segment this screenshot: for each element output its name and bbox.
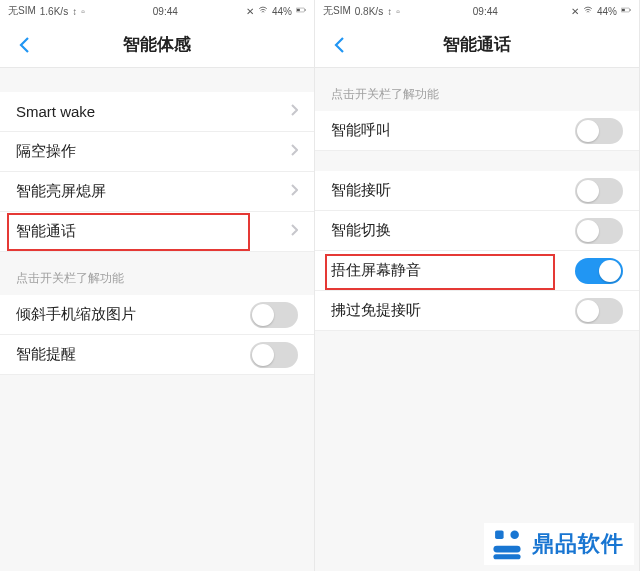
status-bar: 无SIM 1.6K/s ↕ ▫ 09:44 ✕ 44%	[0, 0, 314, 22]
sim-status: 无SIM	[323, 4, 351, 18]
battery-text: 44%	[597, 6, 617, 17]
usb-icon: ↕	[72, 6, 77, 17]
clock: 09:44	[153, 6, 178, 17]
row-smart-switch[interactable]: 智能切换	[315, 211, 639, 251]
wifi-icon	[583, 5, 593, 17]
row-cover-mute[interactable]: 捂住屏幕静音	[315, 251, 639, 291]
status-bar: 无SIM 0.8K/s ↕ ▫ 09:44 ✕ 44%	[315, 0, 639, 22]
toggle-wave-speaker[interactable]	[575, 298, 623, 324]
row-label: 拂过免提接听	[331, 301, 575, 320]
chevron-right-icon	[290, 223, 298, 240]
mute-icon: ✕	[571, 6, 579, 17]
spacer	[315, 151, 639, 171]
section-hint: 点击开关栏了解功能	[315, 68, 639, 111]
spacer	[0, 68, 314, 92]
watermark: 鼎品软件	[484, 523, 634, 565]
toggle-smart-remind[interactable]	[250, 342, 298, 368]
back-button[interactable]	[325, 31, 353, 59]
row-label: 智能切换	[331, 221, 575, 240]
net-speed: 1.6K/s	[40, 6, 68, 17]
row-smart-screen[interactable]: 智能亮屏熄屏	[0, 172, 314, 212]
row-smart-dial[interactable]: 智能呼叫	[315, 111, 639, 151]
toggle-smart-switch[interactable]	[575, 218, 623, 244]
section-hint: 点击开关栏了解功能	[0, 252, 314, 295]
svg-rect-6	[495, 530, 504, 539]
watermark-logo-icon	[490, 527, 524, 561]
row-air-gesture[interactable]: 隔空操作	[0, 132, 314, 172]
row-smart-answer[interactable]: 智能接听	[315, 171, 639, 211]
row-wave-speaker[interactable]: 拂过免提接听	[315, 291, 639, 331]
row-label: Smart wake	[16, 103, 290, 120]
clock: 09:44	[473, 6, 498, 17]
card-icon: ▫	[81, 6, 85, 17]
battery-icon	[296, 5, 306, 17]
row-label: 智能通话	[16, 222, 290, 241]
watermark-text: 鼎品软件	[532, 529, 624, 559]
row-label: 智能提醒	[16, 345, 250, 364]
card-icon: ▫	[396, 6, 400, 17]
svg-rect-7	[510, 530, 519, 539]
toggle-smart-dial[interactable]	[575, 118, 623, 144]
wifi-icon	[258, 5, 268, 17]
svg-rect-5	[630, 9, 631, 11]
back-button[interactable]	[10, 31, 38, 59]
row-label: 智能接听	[331, 181, 575, 200]
phone-left: 无SIM 1.6K/s ↕ ▫ 09:44 ✕ 44% 智能体感 Smart w…	[0, 0, 315, 571]
battery-text: 44%	[272, 6, 292, 17]
page-title: 智能体感	[123, 33, 191, 56]
svg-rect-8	[493, 546, 520, 553]
phone-right: 无SIM 0.8K/s ↕ ▫ 09:44 ✕ 44% 智能通话 点击开关栏了解…	[315, 0, 640, 571]
chevron-right-icon	[290, 103, 298, 120]
nav-bar: 智能通话	[315, 22, 639, 68]
chevron-right-icon	[290, 143, 298, 160]
page-title: 智能通话	[443, 33, 511, 56]
row-label: 智能亮屏熄屏	[16, 182, 290, 201]
svg-rect-4	[622, 9, 625, 11]
sim-status: 无SIM	[8, 4, 36, 18]
svg-rect-2	[305, 9, 306, 11]
row-smart-wake[interactable]: Smart wake	[0, 92, 314, 132]
chevron-right-icon	[290, 183, 298, 200]
row-label: 隔空操作	[16, 142, 290, 161]
row-label: 智能呼叫	[331, 121, 575, 140]
row-label: 捂住屏幕静音	[331, 261, 575, 280]
svg-rect-1	[297, 9, 300, 11]
row-smart-remind[interactable]: 智能提醒	[0, 335, 314, 375]
nav-bar: 智能体感	[0, 22, 314, 68]
toggle-cover-mute[interactable]	[575, 258, 623, 284]
mute-icon: ✕	[246, 6, 254, 17]
battery-icon	[621, 5, 631, 17]
row-tilt-zoom[interactable]: 倾斜手机缩放图片	[0, 295, 314, 335]
row-label: 倾斜手机缩放图片	[16, 305, 250, 324]
toggle-tilt-zoom[interactable]	[250, 302, 298, 328]
svg-rect-9	[493, 554, 520, 559]
toggle-smart-answer[interactable]	[575, 178, 623, 204]
net-speed: 0.8K/s	[355, 6, 383, 17]
row-smart-call[interactable]: 智能通话	[0, 212, 314, 252]
usb-icon: ↕	[387, 6, 392, 17]
